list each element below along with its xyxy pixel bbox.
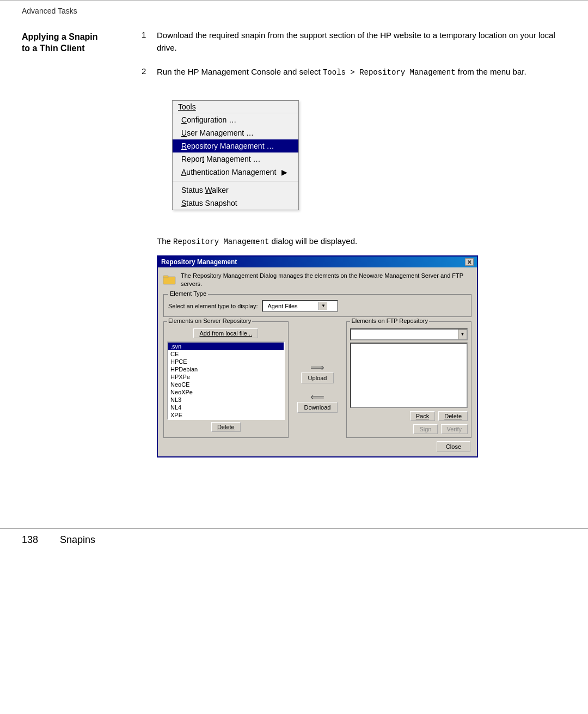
file-list-item-svn[interactable]: .svn bbox=[168, 343, 284, 350]
ftp-repo-panel: Elements on FTP Repository ▼ Pack Del bbox=[346, 321, 471, 438]
menu-title: Tools bbox=[173, 101, 298, 113]
dialog-titlebar: Repository Management ✕ bbox=[158, 257, 477, 267]
section-title: Applying a Snapin to a Thin Client bbox=[22, 32, 131, 54]
ftp-dropdown-arrow[interactable]: ▼ bbox=[458, 329, 467, 339]
section-label: Advanced Tasks bbox=[22, 7, 77, 15]
ftp-repo-label: Elements on FTP Repository bbox=[350, 318, 428, 324]
ftp-verify-button[interactable]: Verify bbox=[441, 424, 468, 434]
element-type-select[interactable]: Agent Files ▼ bbox=[262, 300, 338, 312]
menu-item-auth-management: Authentication Management ▶ bbox=[173, 166, 298, 179]
file-list-item-nl4[interactable]: NL4 bbox=[168, 404, 284, 411]
dialog-close-button[interactable]: Close bbox=[437, 441, 470, 452]
upload-button[interactable]: Upload bbox=[301, 373, 334, 383]
file-list-item-nl3[interactable]: NL3 bbox=[168, 396, 284, 404]
server-delete-button[interactable]: Delete bbox=[211, 422, 241, 432]
server-file-list: .svn CE HPCE HPDebian HPXPe NeoCE NeoXPe… bbox=[167, 341, 285, 420]
download-button[interactable]: Download bbox=[297, 402, 338, 413]
server-repo-panel: Elements on Server Repository Add from l… bbox=[163, 321, 289, 438]
footer: 138 Snapins bbox=[0, 529, 588, 551]
ftp-sign-button[interactable]: Sign bbox=[413, 424, 437, 434]
menu-item-repository-management: Repository Management … bbox=[173, 139, 298, 152]
menu-item-report-management: Report Management … bbox=[173, 152, 298, 166]
folder-icon bbox=[163, 273, 176, 286]
file-list-item-hpxpe[interactable]: HPXPe bbox=[168, 373, 284, 381]
step-2: 2 Run the HP Management Console and sele… bbox=[142, 66, 566, 78]
ftp-pack-button[interactable]: Pack bbox=[410, 411, 435, 421]
repository-management-dialog: Repository Management ✕ The Repos bbox=[157, 255, 478, 457]
upload-arrow: ⟹ bbox=[301, 363, 334, 373]
download-arrow: ⟸ bbox=[297, 392, 338, 402]
element-type-dropdown-arrow[interactable]: ▼ bbox=[318, 302, 327, 310]
ftp-file-list bbox=[350, 343, 468, 408]
menu-item-status-walker: Status Walker bbox=[173, 184, 298, 197]
dialog-info-text: The Repository Management Dialog manages… bbox=[181, 272, 471, 289]
menu-screenshot: Tools Configuration … User Management … … bbox=[172, 100, 299, 210]
ftp-delete-button[interactable]: Delete bbox=[438, 411, 468, 421]
menu-item-status-snapshot: Status Snapshot bbox=[173, 197, 298, 210]
repositories-row: Elements on Server Repository Add from l… bbox=[163, 321, 471, 438]
file-list-item-hpdebian[interactable]: HPDebian bbox=[168, 365, 284, 373]
ftp-select-box[interactable]: ▼ bbox=[350, 328, 468, 340]
footer-title: Snapins bbox=[60, 534, 95, 546]
file-list-item-neoce[interactable]: NeoCE bbox=[168, 381, 284, 388]
dialog-close-row: Close bbox=[163, 441, 471, 452]
middle-transfer-buttons: ⟹ Upload ⟸ Download bbox=[294, 321, 341, 438]
step-text-1: Download the required snapin from the su… bbox=[157, 29, 566, 54]
step-number-1: 1 bbox=[142, 29, 157, 54]
element-type-row: Select an element type to display: Agent… bbox=[168, 300, 467, 312]
add-from-local-button[interactable]: Add from local file... bbox=[193, 328, 258, 338]
ftp-sign-verify-buttons: Sign Verify bbox=[350, 424, 468, 434]
footer-page-number: 138 bbox=[22, 534, 38, 546]
dialog-info-row: The Repository Management Dialog manages… bbox=[163, 272, 471, 289]
menu-item-configuration: Configuration … bbox=[173, 113, 298, 126]
dialog-close-x-button[interactable]: ✕ bbox=[465, 258, 474, 266]
step-text-2: Run the HP Management Console and select… bbox=[157, 66, 566, 78]
file-list-item-neoxpe[interactable]: NeoXPe bbox=[168, 388, 284, 396]
file-list-item-hpce[interactable]: HPCE bbox=[168, 358, 284, 365]
element-type-group: Element Type Select an element type to d… bbox=[163, 294, 471, 317]
dialog-title: Repository Management bbox=[161, 258, 237, 266]
element-type-label: Select an element type to display: bbox=[168, 303, 258, 309]
dialog-intro-text: The Repository Management dialog will be… bbox=[157, 235, 566, 248]
svg-rect-1 bbox=[163, 276, 168, 278]
element-type-value: Agent Files bbox=[265, 303, 318, 309]
server-repo-label: Elements on Server Repository bbox=[167, 318, 252, 324]
menu-item-user-management: User Management … bbox=[173, 126, 298, 139]
server-bottom-btn-row: Delete bbox=[167, 422, 285, 432]
file-list-item-ce[interactable]: CE bbox=[168, 350, 284, 358]
menu-divider bbox=[173, 181, 298, 181]
step-number-2: 2 bbox=[142, 66, 157, 78]
ftp-bottom-buttons: Pack Delete bbox=[350, 411, 468, 421]
element-type-group-label: Element Type bbox=[168, 290, 208, 297]
step-1: 1 Download the required snapin from the … bbox=[142, 29, 566, 54]
file-list-item-xpe[interactable]: XPE bbox=[168, 411, 284, 419]
